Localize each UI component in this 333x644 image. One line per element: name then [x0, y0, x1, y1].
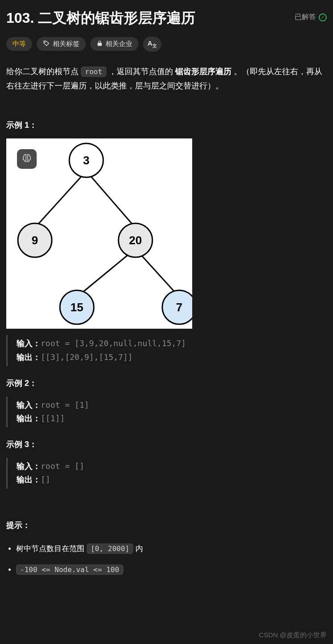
example-1: 示例 1： 3 9 20 15 7 输入：root = [3,9,20,null…: [6, 120, 327, 366]
svg-line-3: [77, 249, 135, 297]
input-label: 输入：: [17, 400, 41, 410]
input-value: root = [3,9,20,null,null,15,7]: [41, 339, 186, 348]
font-size-button[interactable]: A文: [143, 37, 161, 52]
hint-item: -100 <= Node.val <= 100: [16, 561, 327, 578]
example-title: 示例 3：: [6, 439, 327, 450]
brain-icon: [22, 153, 32, 165]
output-label: 输出：: [17, 414, 41, 423]
tag-icon: [43, 40, 50, 48]
hints-title: 提示：: [6, 520, 327, 531]
svg-text:7: 7: [176, 301, 182, 314]
example-3: 示例 3： 输入：root = [] 输出：[]: [6, 439, 327, 489]
hint-post: 内: [133, 544, 143, 553]
solved-status: 已解答 ✓: [295, 13, 327, 22]
check-icon: ✓: [319, 13, 327, 21]
related-tags-button[interactable]: 相关标签: [37, 37, 86, 51]
font-size-icon: A文: [148, 39, 157, 49]
hint-item: 树中节点数目在范围 [0, 2000] 内: [16, 540, 327, 557]
desc-code: root: [81, 67, 106, 77]
solved-label: 已解答: [295, 13, 316, 22]
output-label: 输出：: [17, 475, 41, 484]
output-label: 输出：: [17, 352, 41, 362]
output-value: [[3],[20,9],[15,7]]: [41, 352, 133, 362]
svg-text:15: 15: [71, 301, 84, 314]
input-value: root = [1]: [41, 400, 89, 410]
desc-pre: 给你二叉树的根节点: [6, 67, 81, 76]
tags-row: 中等 相关标签 相关企业 A文: [6, 37, 327, 52]
related-companies-label: 相关企业: [105, 40, 132, 48]
lock-icon: [97, 40, 103, 48]
page-title: 103. 二叉树的锯齿形层序遍历: [6, 9, 195, 28]
example-title: 示例 1：: [6, 120, 327, 130]
tree-image: 3 9 20 15 7: [6, 138, 192, 329]
watermark: CSDN @皮蛋的小世界: [259, 631, 327, 640]
input-label: 输入：: [17, 339, 41, 348]
brain-button[interactable]: [17, 149, 37, 169]
output-value: [[1]]: [41, 414, 65, 423]
svg-text:9: 9: [32, 234, 38, 247]
svg-line-1: [35, 171, 86, 228]
hints-list: 树中节点数目在范围 [0, 2000] 内 -100 <= Node.val <…: [6, 540, 327, 578]
svg-line-2: [86, 171, 135, 228]
svg-point-0: [45, 42, 45, 42]
hint-code: [0, 2000]: [87, 544, 134, 554]
difficulty-tag[interactable]: 中等: [6, 37, 32, 51]
desc-mid: ，返回其节点值的: [106, 67, 175, 76]
example-2: 示例 2： 输入：root = [1] 输出：[[1]]: [6, 378, 327, 427]
desc-bold: 锯齿形层序遍历: [175, 67, 232, 76]
example-block: 输入：root = [1] 输出：[[1]]: [6, 397, 327, 427]
related-tags-label: 相关标签: [53, 40, 80, 48]
example-block: 输入：root = [] 输出：[]: [6, 458, 327, 489]
problem-description: 给你二叉树的根节点 root ，返回其节点值的 锯齿形层序遍历 。（即先从左往右…: [6, 64, 327, 93]
hint-code: -100 <= Node.val <= 100: [16, 565, 123, 575]
input-label: 输入：: [17, 461, 41, 471]
svg-text:20: 20: [129, 234, 142, 247]
example-block: 输入：root = [3,9,20,null,null,15,7] 输出：[[3…: [6, 335, 327, 366]
input-value: root = []: [41, 461, 84, 471]
output-value: []: [41, 475, 51, 484]
related-companies-button[interactable]: 相关企业: [90, 37, 139, 51]
hint-pre: 树中节点数目在范围: [16, 544, 87, 553]
svg-text:3: 3: [83, 154, 89, 167]
example-title: 示例 2：: [6, 378, 327, 389]
